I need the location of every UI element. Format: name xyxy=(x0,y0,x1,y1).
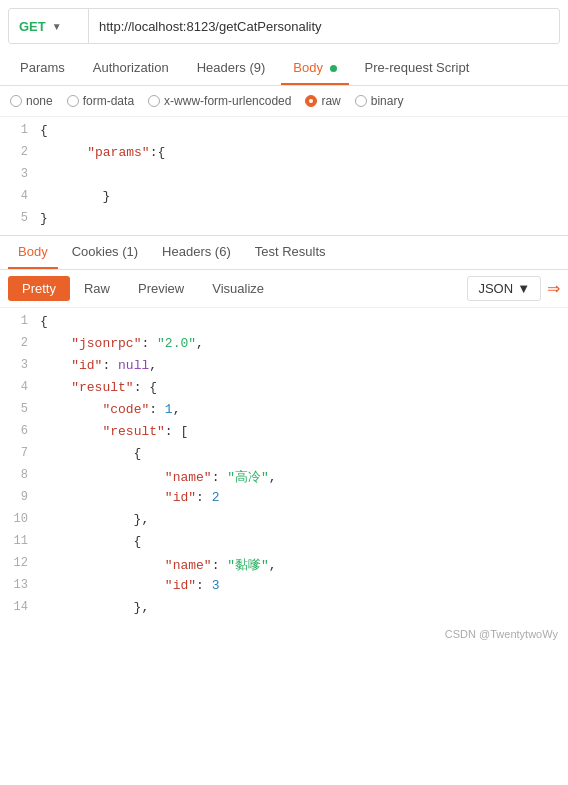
radio-urlencoded-label: x-www-form-urlencoded xyxy=(164,94,291,108)
wrap-icon[interactable]: ⇒ xyxy=(547,279,560,298)
radio-raw-label: raw xyxy=(321,94,340,108)
resp-line-3: 3 "id": null, xyxy=(0,356,568,378)
resp-line-6: 6 "result": [ xyxy=(0,422,568,444)
radio-circle-binary xyxy=(355,95,367,107)
view-visualize-button[interactable]: Visualize xyxy=(198,276,278,301)
req-line-2: 2 "params":{ xyxy=(0,143,568,165)
view-preview-button[interactable]: Preview xyxy=(124,276,198,301)
req-line-3: 3 xyxy=(0,165,568,187)
resp-line-1: 1 { xyxy=(0,312,568,334)
radio-none[interactable]: none xyxy=(10,94,53,108)
tab-test-results[interactable]: Test Results xyxy=(245,236,336,269)
url-input[interactable] xyxy=(89,19,559,34)
radio-circle-form-data xyxy=(67,95,79,107)
tab-pre-request[interactable]: Pre-request Script xyxy=(353,52,482,85)
format-label: JSON xyxy=(478,281,513,296)
response-tabs: Body Cookies (1) Headers (6) Test Result… xyxy=(0,236,568,270)
radio-form-data[interactable]: form-data xyxy=(67,94,134,108)
req-line-5: 5 } xyxy=(0,209,568,231)
radio-binary[interactable]: binary xyxy=(355,94,404,108)
method-label: GET xyxy=(19,19,46,34)
radio-raw[interactable]: raw xyxy=(305,94,340,108)
method-selector[interactable]: GET ▼ xyxy=(9,9,89,43)
watermark: CSDN @TwentytwoWy xyxy=(0,624,568,644)
body-dot xyxy=(330,65,337,72)
view-type-row: Pretty Raw Preview Visualize JSON ▼ ⇒ xyxy=(0,270,568,308)
tab-body[interactable]: Body xyxy=(281,52,348,85)
view-pretty-button[interactable]: Pretty xyxy=(8,276,70,301)
resp-line-9: 9 "id": 2 xyxy=(0,488,568,510)
resp-line-10: 10 }, xyxy=(0,510,568,532)
chevron-down-icon: ▼ xyxy=(52,21,62,32)
resp-line-13: 13 "id": 3 xyxy=(0,576,568,598)
nav-tabs: Params Authorization Headers (9) Body Pr… xyxy=(0,52,568,86)
resp-line-14: 14 }, xyxy=(0,598,568,620)
tab-headers[interactable]: Headers (9) xyxy=(185,52,278,85)
radio-circle-raw xyxy=(305,95,317,107)
resp-line-8: 8 "name": "高冷", xyxy=(0,466,568,488)
resp-line-7: 7 { xyxy=(0,444,568,466)
request-body-editor: 1 { 2 "params":{ 3 4 } 5 } xyxy=(0,117,568,236)
radio-none-label: none xyxy=(26,94,53,108)
radio-urlencoded[interactable]: x-www-form-urlencoded xyxy=(148,94,291,108)
body-type-row: none form-data x-www-form-urlencoded raw… xyxy=(0,86,568,117)
tab-authorization[interactable]: Authorization xyxy=(81,52,181,85)
tab-body-response[interactable]: Body xyxy=(8,236,58,269)
radio-binary-label: binary xyxy=(371,94,404,108)
resp-line-12: 12 "name": "黏嗲", xyxy=(0,554,568,576)
req-line-4: 4 } xyxy=(0,187,568,209)
radio-circle-none xyxy=(10,95,22,107)
resp-line-11: 11 { xyxy=(0,532,568,554)
resp-line-2: 2 "jsonrpc": "2.0", xyxy=(0,334,568,356)
resp-line-5: 5 "code": 1, xyxy=(0,400,568,422)
json-response: 1 { 2 "jsonrpc": "2.0", 3 "id": null, 4 … xyxy=(0,308,568,624)
view-raw-button[interactable]: Raw xyxy=(70,276,124,301)
tab-params[interactable]: Params xyxy=(8,52,77,85)
format-dropdown[interactable]: JSON ▼ xyxy=(467,276,541,301)
url-bar: GET ▼ xyxy=(8,8,560,44)
format-selector: JSON ▼ ⇒ xyxy=(467,276,560,301)
radio-form-data-label: form-data xyxy=(83,94,134,108)
chevron-down-icon: ▼ xyxy=(517,281,530,296)
tab-headers-response[interactable]: Headers (6) xyxy=(152,236,241,269)
response-section: Body Cookies (1) Headers (6) Test Result… xyxy=(0,236,568,644)
tab-cookies[interactable]: Cookies (1) xyxy=(62,236,148,269)
radio-circle-urlencoded xyxy=(148,95,160,107)
resp-line-4: 4 "result": { xyxy=(0,378,568,400)
req-line-1: 1 { xyxy=(0,121,568,143)
